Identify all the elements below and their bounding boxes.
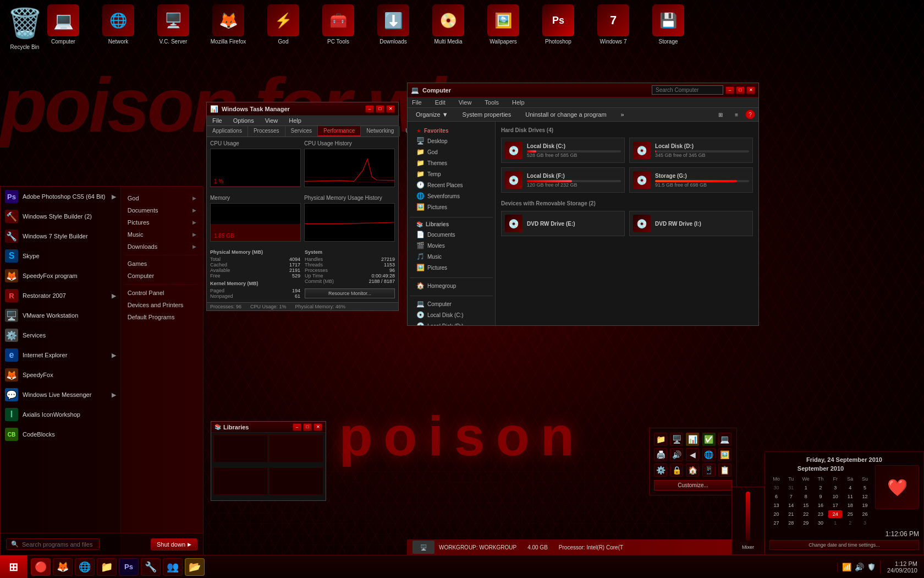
cal-24-today[interactable]: 24 <box>828 510 842 518</box>
start-menu-right-computer[interactable]: Computer <box>121 270 203 282</box>
start-menu-right-music[interactable]: Music ▶ <box>121 228 203 241</box>
sidebar-item-sevenforums[interactable]: 🌐 Sevenforums <box>410 190 493 201</box>
uninstall-button[interactable]: Uninstall or change a program <box>520 110 611 119</box>
cal-6[interactable]: 6 <box>769 493 783 500</box>
volume-slider[interactable] <box>746 492 750 541</box>
dvd-e[interactable]: 💿 DVD RW Drive (E:) <box>501 211 625 236</box>
cal-10[interactable]: 10 <box>828 493 842 500</box>
libraries-close[interactable]: ✕ <box>314 423 322 431</box>
tm-menu-options[interactable]: Options <box>230 117 257 124</box>
taskbar-clock[interactable]: 1:12 PM 24/09/2010 <box>880 560 924 574</box>
libraries-maximize[interactable]: □ <box>303 423 312 431</box>
drive-d[interactable]: 💿 Local Disk (D:) 345 GB free of 345 GB <box>629 138 753 163</box>
taskbar-item-folder[interactable]: 📁 <box>97 558 117 576</box>
computer-menu-view[interactable]: View <box>457 99 474 106</box>
cal-13[interactable]: 13 <box>769 501 783 509</box>
help-button[interactable]: ? <box>745 110 755 119</box>
start-menu-right-documents[interactable]: Documents ▶ <box>121 204 203 216</box>
tab-performance[interactable]: Performance <box>318 126 361 137</box>
desktop-icon-network[interactable]: 🌐 Network <box>99 4 138 45</box>
sidebar-item-local-c[interactable]: 💿 Local Disk (C:) <box>410 309 493 320</box>
drive-f[interactable]: 💿 Local Disk (F:) 120 GB free of 232 GB <box>501 167 625 193</box>
organize-button[interactable]: Organize ▼ <box>411 110 453 119</box>
cal-20[interactable]: 20 <box>769 510 783 518</box>
tray-icon-7[interactable]: 🔊 <box>670 448 683 461</box>
sidebar-item-pictures-lib[interactable]: 🖼️ Pictures <box>410 262 493 273</box>
start-menu-right-downloads[interactable]: Downloads ▶ <box>121 241 203 253</box>
start-menu-item-restorator[interactable]: R Restorator 2007 ▶ <box>1 286 120 306</box>
taskbar-item-messenger[interactable]: 👥 <box>163 558 183 576</box>
cal-14[interactable]: 14 <box>784 501 798 509</box>
cal-28[interactable]: 28 <box>784 519 798 527</box>
tray-icon-10[interactable]: 🖼️ <box>718 448 732 461</box>
start-menu-right-default-programs[interactable]: Default Programs <box>121 311 203 323</box>
start-menu-item-vmware[interactable]: 🖥️ VMware Workstation <box>1 306 120 325</box>
tray-icon-6[interactable]: 🖨️ <box>654 448 667 461</box>
tab-applications[interactable]: Applications <box>207 126 248 137</box>
tab-networking[interactable]: Networking <box>361 126 400 137</box>
cal-29[interactable]: 29 <box>799 519 813 527</box>
date-settings-button[interactable]: Change date and time settings... <box>769 540 919 550</box>
start-menu-item-skype[interactable]: S Skype <box>1 246 120 266</box>
view-list-button[interactable]: ≡ <box>730 110 743 119</box>
computer-menu-edit[interactable]: Edit <box>433 99 448 106</box>
computer-restore-button[interactable]: □ <box>736 86 745 94</box>
cal-26[interactable]: 26 <box>858 510 872 518</box>
tray-volume-icon[interactable]: 🔊 <box>855 563 864 571</box>
tm-menu-file[interactable]: File <box>209 117 226 124</box>
start-menu-right-pictures[interactable]: Pictures ▶ <box>121 216 203 228</box>
dvd-i[interactable]: 💿 DVD RW Drive (I:) <box>629 211 753 236</box>
taskbar-item-browser[interactable]: 🌐 <box>75 558 95 576</box>
desktop-icon-wallpapers[interactable]: 🖼️ Wallpapers <box>484 4 522 45</box>
cal-31-aug[interactable]: 31 <box>784 484 798 492</box>
desktop-icon-windows7[interactable]: 7 Windows 7 <box>594 4 632 45</box>
taskbar-item-firefox[interactable]: 🦊 <box>53 558 73 576</box>
tray-security-icon[interactable]: 🛡️ <box>867 563 876 571</box>
sidebar-item-documents[interactable]: 📄 Documents <box>410 229 493 240</box>
tab-services[interactable]: Services <box>285 126 318 137</box>
start-menu-right-god[interactable]: God ▶ <box>121 192 203 204</box>
computer-menu-file[interactable]: File <box>410 99 424 106</box>
tray-icon-4[interactable]: ✅ <box>702 433 716 446</box>
start-menu-item-services[interactable]: ⚙️ Services <box>1 325 120 345</box>
cal-8[interactable]: 8 <box>799 493 813 500</box>
desktop-icon-photoshop[interactable]: Ps Photoshop <box>539 4 578 45</box>
cal-5[interactable]: 5 <box>858 484 872 492</box>
desktop-icon-multimedia[interactable]: 📀 Multi Media <box>429 4 468 45</box>
desktop-icon-god[interactable]: ⚡ God <box>264 4 302 45</box>
start-menu-item-win7style[interactable]: 🔧 Windows 7 Style Builder <box>1 226 120 246</box>
task-manager-close-button[interactable]: ✕ <box>386 105 395 113</box>
desktop-icon-storage[interactable]: 💾 Storage <box>649 4 688 45</box>
tray-icon-9[interactable]: 🌐 <box>702 448 716 461</box>
more-options-button[interactable]: » <box>616 110 629 119</box>
computer-menu-help[interactable]: Help <box>510 99 527 106</box>
drive-g[interactable]: 💿 Storage (G:) 91.5 GB free of 698 GB <box>629 167 753 193</box>
sidebar-item-god[interactable]: 📁 God <box>410 146 493 157</box>
taskbar-item-tool[interactable]: 🔧 <box>141 558 161 576</box>
desktop-icon-downloads[interactable]: ⬇️ Downloads <box>374 4 413 45</box>
cal-27[interactable]: 27 <box>769 519 783 527</box>
cal-1-oct[interactable]: 1 <box>828 519 842 527</box>
tray-icon-11[interactable]: ⚙️ <box>654 464 667 477</box>
computer-close-button[interactable]: ✕ <box>746 86 755 94</box>
cal-9[interactable]: 9 <box>814 493 828 500</box>
cal-2-oct[interactable]: 2 <box>843 519 857 527</box>
tm-menu-help[interactable]: Help <box>285 117 305 124</box>
taskbar-item-start[interactable]: 🔴 <box>31 558 51 576</box>
computer-menu-tools[interactable]: Tools <box>482 99 501 106</box>
tray-icon-8[interactable]: ◀ <box>686 448 699 461</box>
cal-19[interactable]: 19 <box>858 501 872 509</box>
cal-23[interactable]: 23 <box>814 510 828 518</box>
start-menu-item-speedyfox-prog[interactable]: 🦊 SpeedyFox program <box>1 266 120 286</box>
taskbar-item-photoshop[interactable]: Ps <box>119 558 139 576</box>
cal-18[interactable]: 18 <box>843 501 857 509</box>
sidebar-item-homegroup[interactable]: 🏠 Homegroup <box>410 280 493 291</box>
cal-12[interactable]: 12 <box>858 493 872 500</box>
desktop-icon-firefox[interactable]: 🦊 Mozilla Firefox <box>209 4 248 45</box>
cal-2[interactable]: 2 <box>814 484 828 492</box>
tray-icon-2[interactable]: 🖥️ <box>670 433 683 446</box>
sidebar-item-pictures[interactable]: 🖼️ Pictures <box>410 201 493 212</box>
tray-icon-12[interactable]: 🔒 <box>670 464 683 477</box>
drive-c[interactable]: 💿 Local Disk (C:) 528 GB free of 585 GB <box>501 138 625 163</box>
tray-icon-3[interactable]: 📊 <box>686 433 699 446</box>
